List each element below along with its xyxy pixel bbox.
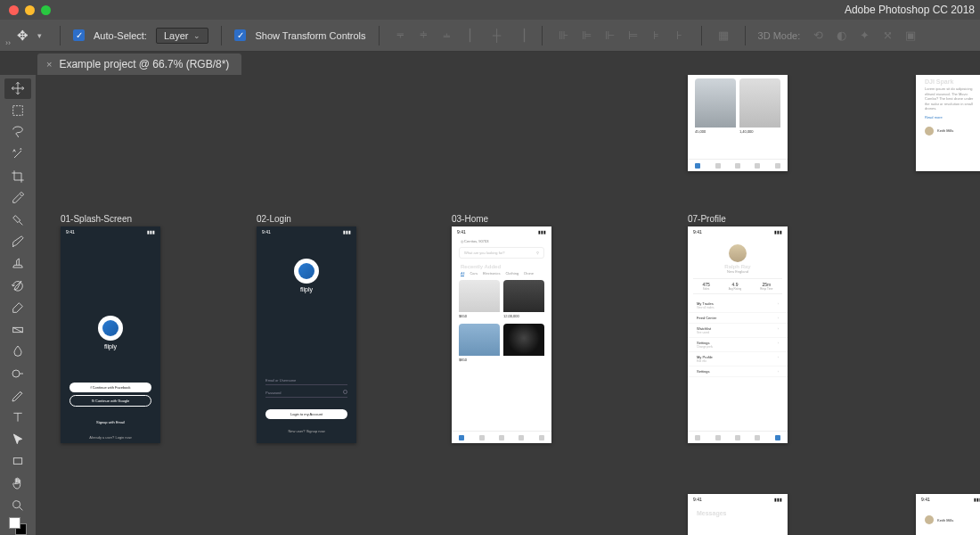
artboard-partial-bottom-right[interactable]: 9:41▮▮▮ Keith Mills — [916, 494, 980, 535]
tab-4-icon[interactable] — [755, 435, 760, 440]
chip-cars[interactable]: Cars — [470, 271, 477, 276]
distribute-1-icon[interactable]: ⊪ — [555, 27, 573, 45]
profile-row-feed[interactable]: Feed Center› — [688, 313, 788, 324]
seller-row[interactable]: Keith Mills — [916, 505, 980, 528]
read-more-link[interactable]: Read more — [916, 111, 980, 123]
product-card[interactable]: 45,000 — [695, 78, 736, 136]
panel-toggle-icon[interactable]: ›› — [5, 38, 11, 47]
move-tool[interactable] — [4, 78, 31, 99]
chip-clothing[interactable]: Clothing — [505, 271, 519, 276]
signup-email-button[interactable]: Signup with Email — [69, 417, 151, 427]
zoom-tool[interactable] — [4, 495, 31, 515]
tab-5-icon[interactable] — [775, 163, 780, 169]
tab-3-icon[interactable] — [499, 435, 504, 440]
blur-tool[interactable] — [4, 342, 31, 362]
distribute-2-icon[interactable]: ⊫ — [578, 27, 596, 45]
chip-electronics[interactable]: Electronics — [483, 271, 501, 276]
pen-tool[interactable] — [4, 385, 31, 406]
canvas[interactable]: 01-Splash-Screen 9:41▮▮▮ fliply f Contin… — [36, 75, 980, 535]
align-top-icon[interactable]: ⫧ — [392, 27, 410, 45]
align-hcenter-icon[interactable]: ┼ — [488, 27, 506, 45]
eyedropper-tool[interactable] — [4, 188, 31, 209]
tab-4-icon[interactable] — [519, 435, 524, 440]
lasso-tool[interactable] — [4, 122, 31, 143]
hand-tool[interactable] — [4, 473, 31, 494]
rectangle-tool[interactable] — [4, 451, 31, 472]
username-field[interactable]: Email or Username — [265, 376, 347, 385]
chip-drone[interactable]: Drone — [524, 271, 534, 276]
signup-now-link[interactable]: New user? Signup now — [257, 429, 356, 433]
seller-row[interactable]: Keith Mills — [916, 123, 980, 139]
location-text[interactable]: ◎ Cerritos, 90703 — [452, 237, 551, 245]
product-card[interactable]: 12,00,000 — [503, 280, 544, 320]
product-card[interactable]: 1,40,000 — [739, 78, 780, 136]
tab-home-icon[interactable] — [459, 435, 464, 440]
product-card[interactable]: $650 — [459, 280, 500, 320]
3d-roll-icon[interactable]: ◐ — [832, 27, 850, 45]
crop-tool[interactable] — [4, 166, 31, 186]
close-window-button[interactable] — [9, 5, 19, 15]
artboard-label-login[interactable]: 02-Login — [257, 214, 291, 224]
search-input[interactable]: What are you looking for?⚲ — [459, 247, 544, 259]
close-tab-icon[interactable]: × — [46, 59, 52, 70]
3d-pan-icon[interactable]: ✦ — [855, 27, 873, 45]
document-tab[interactable]: × Example project @ 66.7% (RGB/8*) — [37, 54, 241, 75]
tool-preset-chevron-icon[interactable]: ▾ — [37, 31, 42, 40]
auto-align-icon[interactable]: ▦ — [715, 27, 732, 45]
align-left-icon[interactable]: ▏ — [465, 27, 483, 45]
history-brush-tool[interactable] — [4, 276, 31, 296]
artboard-home[interactable]: 9:41▮▮▮ ◎ Cerritos, 90703 What are you l… — [452, 226, 551, 443]
profile-row-settings[interactable]: SettingsChange prefs› — [688, 338, 788, 352]
tab-3-icon[interactable] — [735, 163, 740, 169]
artboard-partial-messages[interactable]: 9:41▮▮▮ Messages — [688, 494, 788, 535]
distribute-5-icon[interactable]: ⊧ — [648, 27, 666, 45]
minimize-window-button[interactable] — [25, 5, 35, 15]
tab-5-icon[interactable] — [539, 435, 544, 440]
artboard-partial-detail[interactable]: DJI Spark Lorem ipsum sit do adipisicing… — [916, 75, 980, 171]
artboard-login[interactable]: 9:41▮▮▮ fliply Email or Username Passwor… — [257, 226, 356, 443]
align-bottom-icon[interactable]: ⫨ — [438, 27, 456, 45]
brush-tool[interactable] — [4, 232, 31, 252]
spot-heal-tool[interactable] — [4, 210, 31, 231]
distribute-6-icon[interactable]: ⊦ — [671, 27, 689, 45]
tab-profile-icon[interactable] — [775, 435, 780, 440]
tab-2-icon[interactable] — [715, 163, 721, 169]
clone-stamp-tool[interactable] — [4, 254, 31, 275]
transform-controls-checkbox[interactable]: ✓ — [234, 29, 246, 41]
artboard-label-splash[interactable]: 01-Splash-Screen — [61, 214, 132, 224]
distribute-4-icon[interactable]: ⊨ — [625, 27, 642, 45]
magic-wand-tool[interactable] — [4, 144, 31, 165]
login-now-link[interactable]: Already a user? Login now — [61, 435, 160, 440]
show-password-icon[interactable] — [343, 390, 347, 394]
type-tool[interactable] — [4, 407, 31, 428]
tab-2-icon[interactable] — [715, 435, 721, 440]
align-right-icon[interactable]: ▕ — [511, 27, 529, 45]
auto-select-dropdown[interactable]: Layer ⌄ — [156, 28, 209, 44]
eraser-tool[interactable] — [4, 298, 31, 318]
distribute-3-icon[interactable]: ⊩ — [601, 27, 619, 45]
3d-orbit-icon[interactable]: ⟲ — [809, 27, 827, 45]
tab-1-icon[interactable] — [695, 163, 700, 169]
continue-google-button[interactable]: G Continue with Google — [69, 395, 151, 407]
profile-row-myprofile[interactable]: My ProfileEdit info› — [688, 352, 788, 366]
tab-3-icon[interactable] — [735, 435, 740, 440]
artboard-partial-drones[interactable]: 45,000 1,40,000 — [688, 75, 788, 171]
tab-4-icon[interactable] — [755, 163, 760, 169]
continue-facebook-button[interactable]: f Continue with Facebook — [69, 383, 151, 392]
path-select-tool[interactable] — [4, 430, 31, 450]
marquee-tool[interactable] — [4, 101, 31, 121]
password-field[interactable]: Password — [265, 389, 347, 398]
tab-1-icon[interactable] — [695, 435, 700, 440]
fullscreen-window-button[interactable] — [41, 5, 51, 15]
chip-all[interactable]: All — [461, 271, 464, 276]
3d-camera-icon[interactable]: ▣ — [902, 27, 919, 45]
align-vcenter-icon[interactable]: ⫩ — [415, 27, 433, 45]
artboard-profile[interactable]: 9:41▮▮▮ Ralph Ray New England 475Sales 4… — [688, 226, 788, 443]
artboard-label-home[interactable]: 03-Home — [452, 214, 488, 224]
auto-select-checkbox[interactable]: ✓ — [73, 29, 85, 41]
artboard-label-profile[interactable]: 07-Profile — [688, 214, 726, 224]
product-card[interactable] — [503, 324, 544, 364]
3d-slide-icon[interactable]: ⤧ — [878, 27, 896, 45]
profile-row-trades[interactable]: My TradesView all trades› — [688, 299, 788, 313]
color-swatch[interactable] — [4, 517, 31, 535]
